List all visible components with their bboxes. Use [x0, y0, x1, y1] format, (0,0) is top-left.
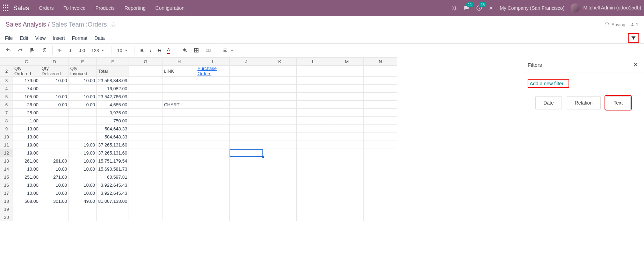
cell[interactable] — [297, 125, 330, 133]
cell[interactable] — [330, 109, 364, 117]
cell[interactable] — [297, 173, 330, 181]
cell[interactable] — [196, 77, 230, 85]
cell[interactable] — [230, 157, 263, 165]
bug-icon[interactable] — [451, 5, 457, 11]
cell[interactable] — [162, 197, 196, 205]
cell[interactable] — [162, 213, 196, 221]
cell[interactable] — [330, 149, 364, 157]
chat-icon[interactable]: 11 — [463, 5, 470, 11]
selected-cell[interactable] — [230, 149, 263, 157]
cell[interactable] — [297, 189, 330, 197]
cell[interactable] — [69, 133, 97, 141]
col-header[interactable]: H — [162, 58, 196, 66]
cell[interactable] — [230, 77, 263, 85]
cell[interactable] — [196, 205, 230, 213]
cell[interactable] — [97, 205, 129, 213]
col-header[interactable]: C — [13, 58, 40, 66]
cell[interactable] — [330, 133, 364, 141]
cell[interactable]: Qty Invoiced — [69, 66, 97, 77]
cell[interactable] — [129, 85, 162, 93]
cell[interactable]: 271.00 — [40, 173, 69, 181]
user-menu[interactable]: Mitchell Admin (odoo15db) — [571, 3, 641, 13]
company-switcher[interactable]: My Company (San Francisco) — [500, 5, 564, 11]
cell[interactable] — [129, 93, 162, 101]
cell[interactable]: 105.00 — [13, 93, 40, 101]
col-header[interactable]: M — [330, 58, 364, 66]
col-header[interactable]: J — [230, 58, 263, 66]
cell[interactable]: 74.00 — [13, 85, 40, 93]
cell[interactable] — [263, 93, 297, 101]
cell[interactable]: 10.00 — [40, 93, 69, 101]
cell[interactable]: 10.00 — [69, 77, 97, 85]
cell[interactable] — [297, 133, 330, 141]
cell[interactable]: 15,751,179.54 — [97, 157, 129, 165]
corner-cell[interactable] — [0, 58, 13, 66]
cell[interactable] — [162, 85, 196, 93]
cell[interactable] — [330, 85, 364, 93]
cell[interactable] — [230, 141, 263, 149]
row-header[interactable]: 2 — [0, 66, 13, 77]
cell[interactable] — [162, 77, 196, 85]
cell[interactable] — [297, 77, 330, 85]
cell[interactable] — [330, 197, 364, 205]
cell[interactable] — [230, 101, 263, 109]
cell[interactable] — [364, 101, 397, 109]
cell[interactable] — [263, 133, 297, 141]
cell[interactable] — [13, 205, 40, 213]
nav-reporting[interactable]: Reporting — [124, 5, 146, 11]
row-header[interactable]: 14 — [0, 165, 13, 173]
col-header[interactable]: G — [129, 58, 162, 66]
row-header[interactable]: 10 — [0, 133, 13, 141]
cell[interactable] — [330, 117, 364, 125]
cell[interactable] — [364, 133, 397, 141]
cell[interactable]: 0.00 — [69, 101, 97, 109]
cell[interactable] — [297, 165, 330, 173]
cell[interactable] — [297, 93, 330, 101]
cell[interactable] — [263, 117, 297, 125]
cell[interactable] — [230, 173, 263, 181]
borders-button[interactable] — [191, 46, 201, 55]
cell[interactable]: 49.00 — [69, 197, 97, 205]
cell[interactable] — [40, 141, 69, 149]
cell[interactable] — [40, 109, 69, 117]
row-header[interactable]: 8 — [0, 117, 13, 125]
cell[interactable] — [196, 125, 230, 133]
filter-toggle-button[interactable] — [628, 33, 639, 43]
row-header[interactable]: 6 — [0, 101, 13, 109]
cell[interactable] — [129, 197, 162, 205]
cell[interactable] — [330, 157, 364, 165]
cell[interactable] — [196, 189, 230, 197]
cell[interactable]: 3,922,645.43 — [97, 189, 129, 197]
cell[interactable] — [263, 125, 297, 133]
cell[interactable] — [230, 85, 263, 93]
cell[interactable]: 1.00 — [13, 117, 40, 125]
percent-format-button[interactable]: % — [56, 47, 65, 55]
cell[interactable]: 281.00 — [40, 157, 69, 165]
cell[interactable] — [297, 181, 330, 189]
breadcrumb-root[interactable]: Sales Analysis — [6, 21, 46, 28]
cell[interactable] — [364, 157, 397, 165]
cell[interactable]: 19.00 — [69, 149, 97, 157]
cell[interactable] — [196, 101, 230, 109]
cell[interactable]: 25.00 — [13, 109, 40, 117]
strike-button[interactable]: S — [155, 47, 163, 55]
cell[interactable] — [297, 101, 330, 109]
cell[interactable] — [364, 149, 397, 157]
number-format-button[interactable]: 123 — [89, 46, 108, 55]
cell[interactable] — [263, 173, 297, 181]
cell[interactable] — [196, 197, 230, 205]
cell[interactable] — [263, 197, 297, 205]
cell[interactable] — [297, 141, 330, 149]
cell[interactable] — [162, 109, 196, 117]
increase-decimal-button[interactable]: .00 — [77, 47, 87, 55]
cell[interactable] — [330, 141, 364, 149]
cell[interactable] — [330, 205, 364, 213]
italic-button[interactable]: I — [148, 46, 153, 55]
cell[interactable] — [162, 173, 196, 181]
col-header[interactable]: D — [40, 58, 69, 66]
clear-format-button[interactable] — [39, 46, 49, 55]
cell[interactable] — [230, 165, 263, 173]
cell[interactable] — [162, 133, 196, 141]
cell[interactable] — [162, 157, 196, 165]
cell[interactable]: 10.00 — [69, 181, 97, 189]
